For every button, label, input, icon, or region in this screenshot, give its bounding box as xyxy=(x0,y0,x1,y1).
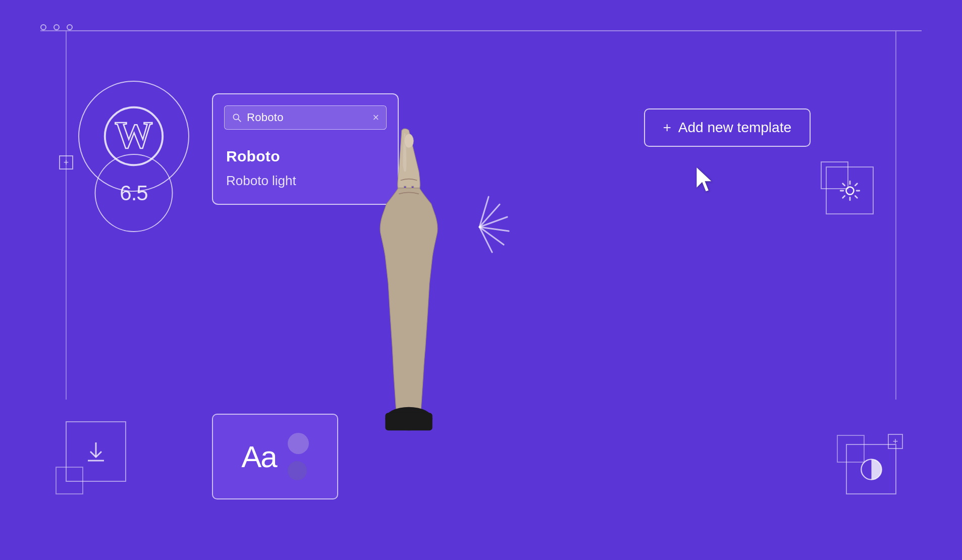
hand-image xyxy=(283,101,535,454)
hand-svg xyxy=(283,101,535,454)
plus-symbol-left: + xyxy=(64,158,69,167)
contrast-box xyxy=(846,444,896,494)
decorative-square-bottom-left xyxy=(56,467,83,494)
color-dot-2 xyxy=(288,461,307,480)
aa-label: Aa xyxy=(241,439,276,474)
contrast-decorative-square xyxy=(837,435,865,463)
svg-line-5 xyxy=(238,119,241,122)
browser-bar xyxy=(40,30,922,31)
version-badge: 6.5 xyxy=(95,154,173,232)
wordpress-logo-container: W 6.5 xyxy=(78,81,189,192)
right-vertical-line xyxy=(895,31,896,400)
plus-icon-left: + xyxy=(59,155,73,170)
search-icon xyxy=(232,113,242,123)
add-template-label: Add new template xyxy=(678,120,791,136)
browser-dot-3 xyxy=(67,24,73,30)
left-vertical-line xyxy=(66,31,67,400)
plus-icon: + xyxy=(663,120,671,136)
version-number: 6.5 xyxy=(120,181,147,205)
svg-point-4 xyxy=(233,114,239,120)
gear-icon xyxy=(838,179,861,202)
browser-dot-2 xyxy=(54,24,60,30)
svg-point-16 xyxy=(846,187,853,194)
gear-settings-box xyxy=(826,166,874,214)
add-template-button[interactable]: + Add new template xyxy=(644,108,811,147)
svg-point-14 xyxy=(404,134,414,148)
cursor-icon xyxy=(694,165,717,193)
download-icon xyxy=(84,439,108,464)
browser-dots xyxy=(40,24,73,30)
svg-rect-13 xyxy=(385,413,432,430)
svg-text:W: W xyxy=(115,114,152,156)
browser-dot-1 xyxy=(40,24,46,30)
